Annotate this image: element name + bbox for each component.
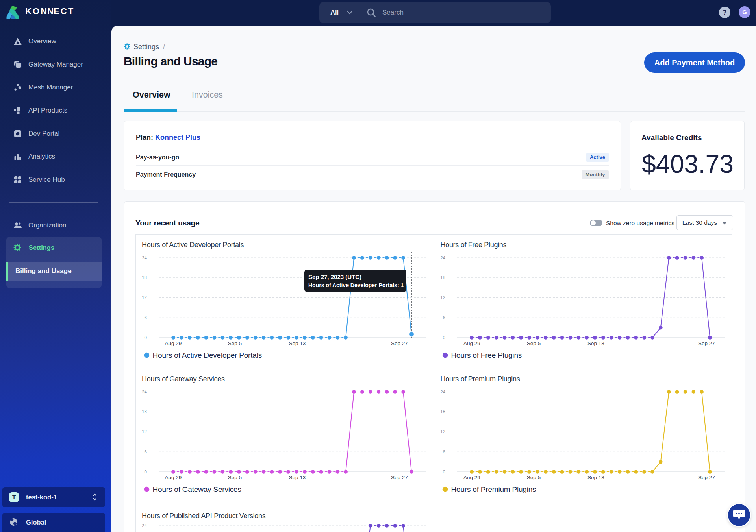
svg-text:0: 0	[144, 469, 146, 474]
svg-text:Sep 5: Sep 5	[228, 340, 241, 346]
svg-text:24: 24	[142, 255, 147, 260]
svg-text:18: 18	[440, 275, 445, 280]
svg-text:Sep 13: Sep 13	[587, 475, 604, 480]
svg-text:Sep 5: Sep 5	[527, 475, 541, 480]
svg-text:0: 0	[443, 469, 445, 474]
svg-text:Sep 27: Sep 27	[698, 475, 715, 480]
svg-text:Sep 5: Sep 5	[527, 340, 541, 346]
svg-text:Sep 27: Sep 27	[391, 340, 408, 346]
svg-text:Sep 27: Sep 27	[698, 340, 715, 346]
svg-text:24: 24	[440, 255, 445, 260]
svg-text:Hours of Free Plugins: Hours of Free Plugins	[451, 351, 522, 359]
svg-text:Aug 29: Aug 29	[463, 475, 480, 480]
svg-text:Sep 5: Sep 5	[228, 475, 241, 480]
svg-text:6: 6	[443, 449, 445, 454]
svg-text:18: 18	[142, 275, 147, 280]
svg-text:6: 6	[443, 315, 445, 320]
svg-text:18: 18	[142, 409, 147, 414]
svg-text:Sep 13: Sep 13	[289, 475, 306, 480]
svg-text:12: 12	[142, 295, 147, 300]
svg-text:Aug 29: Aug 29	[165, 475, 182, 480]
svg-text:12: 12	[440, 295, 445, 300]
svg-text:6: 6	[144, 449, 146, 454]
svg-text:24: 24	[440, 389, 445, 394]
svg-text:24: 24	[142, 389, 147, 394]
svg-text:Aug 29: Aug 29	[165, 340, 182, 346]
svg-text:18: 18	[440, 409, 445, 414]
svg-text:Aug 29: Aug 29	[463, 340, 480, 346]
svg-text:Sep 27: Sep 27	[391, 475, 408, 480]
svg-text:0: 0	[144, 335, 146, 340]
svg-text:Hours of Premium Plugins: Hours of Premium Plugins	[451, 485, 536, 493]
svg-text:Hours of Gateway Services: Hours of Gateway Services	[152, 485, 241, 493]
svg-text:24: 24	[142, 523, 147, 528]
svg-text:Hours of Active Developer Port: Hours of Active Developer Portals	[152, 351, 261, 359]
svg-text:12: 12	[142, 429, 147, 434]
svg-text:Sep 13: Sep 13	[587, 340, 604, 346]
svg-text:6: 6	[144, 315, 146, 320]
svg-text:12: 12	[440, 429, 445, 434]
svg-text:0: 0	[443, 335, 445, 340]
svg-text:Sep 13: Sep 13	[289, 340, 306, 346]
